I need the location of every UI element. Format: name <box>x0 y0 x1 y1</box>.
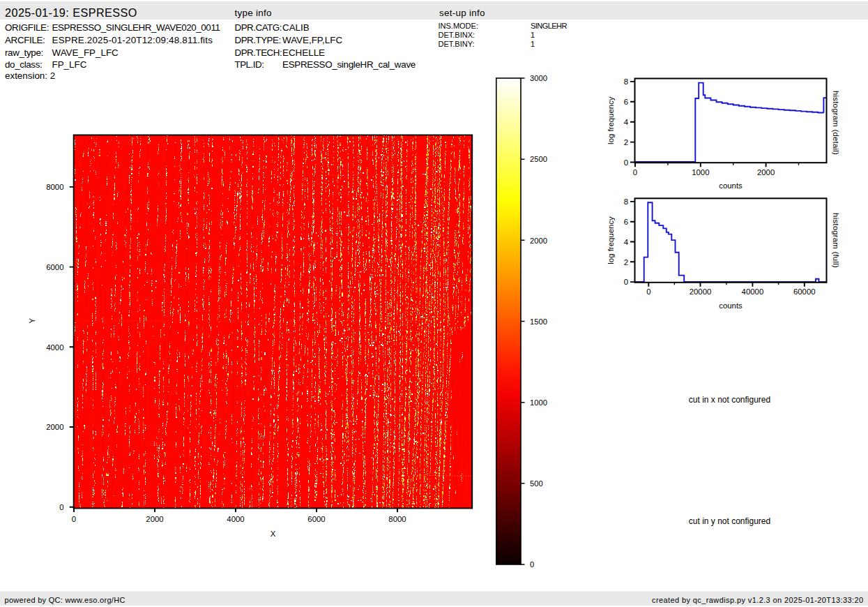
svg-text:6: 6 <box>624 98 628 106</box>
svg-text:DPR.TECH:: DPR.TECH: <box>235 47 282 58</box>
svg-text:4: 4 <box>624 118 628 126</box>
svg-text:ORIGFILE:: ORIGFILE: <box>5 22 49 33</box>
svg-text:histogram (detail): histogram (detail) <box>832 91 840 155</box>
svg-text:log frequency: log frequency <box>607 216 615 264</box>
svg-text:cut in x not configured: cut in x not configured <box>689 395 770 405</box>
svg-text:1: 1 <box>531 40 535 48</box>
svg-text:4: 4 <box>624 238 628 246</box>
svg-text:ESPRESSO_singleHR_cal_wave: ESPRESSO_singleHR_cal_wave <box>282 59 416 70</box>
svg-text:8000: 8000 <box>46 183 63 191</box>
svg-text:6: 6 <box>624 218 628 226</box>
svg-text:0: 0 <box>59 503 63 511</box>
svg-text:Y: Y <box>28 318 36 324</box>
svg-text:log frequency: log frequency <box>607 96 615 144</box>
svg-text:2000: 2000 <box>757 168 775 177</box>
svg-text:40000: 40000 <box>742 287 764 296</box>
svg-text:8: 8 <box>624 77 628 86</box>
svg-text:SINGLEHR: SINGLEHR <box>531 22 567 30</box>
svg-text:1000: 1000 <box>530 398 547 407</box>
svg-text:0: 0 <box>72 515 76 523</box>
svg-text:DPR.CATG:: DPR.CATG: <box>235 22 282 33</box>
svg-text:500: 500 <box>530 479 543 488</box>
svg-text:1500: 1500 <box>530 317 547 326</box>
svg-text:ESPRESSO_SINGLEHR_WAVE020_0011: ESPRESSO_SINGLEHR_WAVE020_0011 <box>52 22 220 33</box>
svg-text:type info: type info <box>235 8 272 18</box>
svg-text:0: 0 <box>624 158 628 167</box>
svg-text:ECHELLE: ECHELLE <box>282 47 325 58</box>
svg-text:histogram (full): histogram (full) <box>832 213 840 268</box>
svg-text:0: 0 <box>633 168 637 177</box>
svg-text:3000: 3000 <box>530 74 547 82</box>
svg-text:1: 1 <box>531 31 535 39</box>
svg-text:counts: counts <box>719 301 743 310</box>
svg-text:ARCFILE:: ARCFILE: <box>5 35 45 45</box>
svg-text:raw_type:: raw_type: <box>5 47 43 58</box>
svg-text:2: 2 <box>624 258 628 267</box>
svg-text:60000: 60000 <box>793 287 816 296</box>
svg-text:20000: 20000 <box>690 287 712 296</box>
svg-text:INS.MODE:: INS.MODE: <box>439 22 478 30</box>
svg-text:8: 8 <box>624 197 628 206</box>
svg-text:4000: 4000 <box>227 515 244 523</box>
svg-text:2000: 2000 <box>46 423 63 431</box>
svg-text:CALIB: CALIB <box>282 22 310 33</box>
svg-text:1000: 1000 <box>692 168 709 177</box>
svg-text:DET.BINY:: DET.BINY: <box>439 40 475 48</box>
svg-text:X: X <box>271 530 276 538</box>
svg-text:2: 2 <box>624 138 628 147</box>
svg-text:counts: counts <box>719 181 743 190</box>
svg-text:ESPRE.2025-01-20T12:09:48.811.: ESPRE.2025-01-20T12:09:48.811.fits <box>52 35 213 45</box>
svg-text:DET.BINX:: DET.BINX: <box>439 31 475 39</box>
svg-text:FP_LFC: FP_LFC <box>52 59 87 70</box>
svg-text:set-up info: set-up info <box>439 8 485 18</box>
svg-text:0: 0 <box>624 278 628 286</box>
svg-text:WAVE_FP_LFC: WAVE_FP_LFC <box>52 47 119 58</box>
svg-text:2000: 2000 <box>146 515 163 523</box>
svg-text:2500: 2500 <box>530 155 547 163</box>
svg-text:4000: 4000 <box>46 343 63 352</box>
svg-text:do_class:: do_class: <box>5 59 42 70</box>
svg-text:0: 0 <box>646 287 650 296</box>
svg-text:WAVE,FP,LFC: WAVE,FP,LFC <box>282 35 342 45</box>
svg-text:6000: 6000 <box>46 263 63 271</box>
svg-text:0: 0 <box>530 560 534 569</box>
svg-text:8000: 8000 <box>388 515 406 523</box>
svg-text:2000: 2000 <box>530 237 547 245</box>
svg-text:2025-01-19: ESPRESSO: 2025-01-19: ESPRESSO <box>5 6 137 19</box>
svg-text:6000: 6000 <box>307 515 325 523</box>
svg-text:powered by QC: www.eso.org/HC: powered by QC: www.eso.org/HC <box>5 596 125 604</box>
svg-text:TPL.ID:: TPL.ID: <box>235 59 264 70</box>
svg-text:created by qc_rawdisp.py v1.2.: created by qc_rawdisp.py v1.2.3 on 2025-… <box>652 596 864 604</box>
svg-text:cut in y not configured: cut in y not configured <box>689 516 770 526</box>
svg-text:extension: 2: extension: 2 <box>5 70 55 81</box>
svg-text:DPR.TYPE:: DPR.TYPE: <box>235 35 281 45</box>
